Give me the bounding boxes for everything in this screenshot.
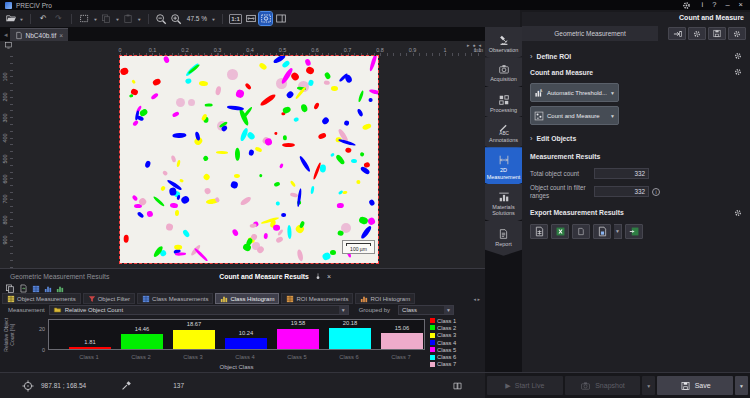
help-icon[interactable]: ? [712, 1, 716, 9]
image-tab[interactable]: NbC40b.tif × [10, 28, 69, 41]
segmented-object [176, 160, 181, 168]
fit-width-button[interactable] [244, 12, 257, 25]
sidebar-item-observation[interactable]: Observation [485, 27, 522, 62]
grouped-by-dropdown[interactable]: Class ▼ [398, 305, 454, 315]
zoom-out-button[interactable] [155, 12, 168, 25]
define-roi-section[interactable]: › Define ROI [530, 49, 742, 63]
measure-options-button[interactable] [688, 27, 706, 40]
edit-objects-section[interactable]: › Edit Objects [530, 131, 742, 145]
subtab-roi-measurements[interactable]: ROI Measurements [281, 293, 353, 304]
copy-dropdown-icon[interactable]: ▼ [115, 16, 120, 21]
legend-item: Class 1 [430, 317, 484, 324]
excelarrow-icon [629, 226, 640, 237]
subtab-class-histogram[interactable]: Class Histogram [215, 293, 279, 304]
zoom-level-value[interactable]: 47.5 % [187, 15, 207, 22]
export-save-dropdown-icon[interactable]: ▼ [614, 224, 622, 239]
zoom-level-dropdown-icon[interactable]: ▼ [211, 16, 216, 21]
export-gear-icon[interactable] [734, 209, 742, 217]
export-csv-button[interactable] [530, 224, 548, 239]
save-workflow-button[interactable] [708, 27, 726, 40]
legend-item: Class 7 [430, 361, 484, 368]
snapshot-button[interactable]: Snapshot [565, 376, 641, 395]
export-open-excel-button[interactable] [625, 224, 643, 239]
grouped-by-label: Grouped by [359, 307, 390, 313]
subtab-class-measurements[interactable]: Class Measurements [137, 293, 213, 304]
copy-button[interactable] [100, 12, 113, 25]
sidebar-item-acquisition[interactable]: Acquisition [485, 57, 522, 91]
define-roi-gear-icon[interactable] [734, 52, 742, 60]
zoom-in-button[interactable] [170, 12, 183, 25]
export-results-button[interactable] [668, 27, 686, 40]
tab-close-icon[interactable]: × [59, 32, 63, 39]
subtab-object-filter[interactable]: Object Filter [83, 293, 135, 304]
fit-screen-button[interactable] [259, 12, 272, 25]
settings-gear-icon[interactable] [680, 0, 693, 12]
threshold-dropdown-chevron-icon[interactable]: ▼ [610, 90, 615, 96]
segmented-object [283, 135, 287, 141]
h-ruler-label: 0 [118, 47, 121, 53]
snapshot-dropdown-icon[interactable]: ▼ [642, 376, 655, 395]
subtab-scroll-icons[interactable]: ◂ ▸ [474, 293, 483, 304]
segmented-object [286, 90, 295, 99]
sidebar-item-annotations[interactable]: ABCAnnotations [485, 117, 522, 152]
help-book-icon[interactable] [452, 381, 463, 391]
results-close-icon[interactable]: × [327, 273, 331, 280]
nav-item-label: Observation [489, 47, 519, 53]
segmented-object [240, 195, 253, 206]
count-and-measure-button[interactable]: Count and Measure ▼ [530, 106, 619, 125]
start-live-button[interactable]: ▶ Start Live [487, 376, 563, 395]
measurement-dropdown-chevron-icon[interactable]: ▼ [339, 306, 348, 314]
segmented-object [205, 103, 213, 106]
segmented-object [198, 80, 208, 86]
count-dropdown-chevron-icon[interactable]: ▼ [610, 113, 615, 119]
export-excel-button[interactable] [551, 224, 569, 239]
measurement-dropdown[interactable]: Relative Object Count ▼ [49, 305, 349, 315]
export-label: Export Measurement Results [530, 209, 624, 216]
select-tool-dropdown-icon[interactable]: ▼ [93, 16, 98, 21]
minimize-icon[interactable]: – [725, 1, 729, 9]
open-file-dropdown-icon[interactable]: ▼ [19, 16, 24, 21]
segmented-object [323, 71, 331, 79]
paste-dropdown-icon[interactable]: ▼ [137, 16, 142, 21]
filter-info-icon[interactable]: i [652, 188, 660, 196]
sidebar-item-report[interactable]: Report [485, 221, 522, 256]
export-table-icon[interactable] [19, 284, 28, 293]
legend-swatch [430, 333, 435, 338]
sidebar-item-2d-measurement[interactable]: 2D Measurement [485, 147, 522, 189]
close-icon[interactable]: × [739, 1, 743, 9]
export-file-button[interactable] [572, 224, 590, 239]
paste-button[interactable] [122, 12, 135, 25]
micrograph-image[interactable]: 100 µm [120, 56, 378, 263]
sidebar-item-processing[interactable]: Processing [485, 87, 522, 122]
sidebar-item-materials-solutions[interactable]: Materials Solutions [485, 184, 522, 226]
geometric-measurement-header[interactable]: Geometric Measurement [522, 26, 658, 41]
save-dropdown-icon[interactable]: ▼ [735, 376, 748, 395]
info-icon[interactable]: i [702, 1, 704, 9]
segmented-object [369, 56, 378, 72]
actual-size-button[interactable]: 1:1 [229, 12, 242, 25]
subtab-roi-histogram[interactable]: ROI Histogram [355, 293, 415, 304]
column-options-icon[interactable] [32, 285, 40, 293]
count-measure-gear-icon[interactable] [734, 68, 742, 76]
layout-panels-button[interactable] [274, 12, 287, 25]
export-save-button[interactable] [593, 224, 611, 239]
grouped-by-dropdown-chevron-icon[interactable]: ▼ [444, 306, 453, 314]
automatic-threshold-button[interactable]: A Automatic Threshold... ▼ [530, 83, 619, 102]
tab-count-and-measure-results[interactable]: Count and Measure Results [219, 273, 309, 280]
segmented-object [230, 180, 239, 188]
pin-icon[interactable] [314, 272, 322, 281]
segmented-object [174, 245, 182, 250]
open-file-button[interactable] [4, 12, 17, 25]
undo-button[interactable]: ↶ [37, 12, 50, 25]
subtab-object-measurements[interactable]: Object Measurements [2, 293, 81, 304]
segmented-object [281, 212, 286, 216]
redo-button[interactable]: ↷ [52, 12, 65, 25]
histogram-view-icon[interactable] [44, 285, 52, 293]
save-button[interactable]: Save [657, 376, 733, 395]
histogram-settings-icon[interactable] [56, 285, 64, 293]
select-tool-button[interactable] [78, 12, 91, 25]
segmented-object [360, 225, 373, 240]
tab-scroll-left-icon[interactable]: ◂ [4, 31, 8, 39]
tab-geometric-measurement-results[interactable]: Geometric Measurement Results [10, 273, 109, 280]
workflow-settings-button[interactable] [728, 27, 746, 40]
